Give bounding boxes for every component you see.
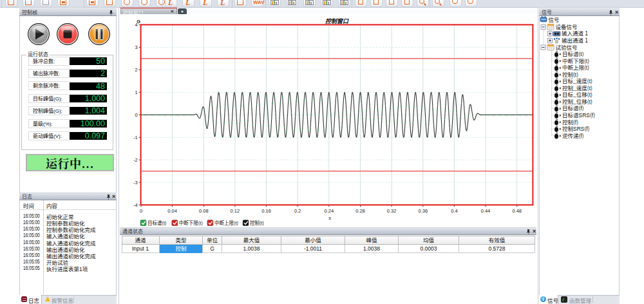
svg-text:0.04: 0.04	[167, 208, 177, 214]
svg-text:0.48: 0.48	[512, 208, 522, 214]
svg-text:-4: -4	[133, 202, 138, 208]
svg-text:0.24: 0.24	[324, 208, 334, 214]
svg-text:目标谱(t): 目标谱(t)	[147, 219, 167, 226]
svg-text:-1: -1	[133, 135, 138, 140]
svg-text:0: 0	[135, 112, 137, 118]
svg-text:0.12: 0.12	[231, 208, 240, 214]
svg-text:3: 3	[135, 44, 137, 50]
svg-text:s: s	[328, 215, 331, 221]
svg-text:-3: -3	[133, 180, 138, 185]
svg-text:0: 0	[140, 208, 142, 214]
svg-text:-2: -2	[133, 157, 138, 163]
svg-text:0.16: 0.16	[261, 208, 271, 214]
svg-text:2: 2	[135, 67, 137, 73]
svg-text:0.28: 0.28	[355, 208, 365, 214]
svg-text:4: 4	[135, 22, 137, 28]
svg-text:0.36: 0.36	[418, 208, 428, 214]
svg-text:0.44: 0.44	[481, 208, 491, 214]
svg-text:0.08: 0.08	[199, 208, 209, 214]
svg-text:逆传递(f): 逆传递(f)	[562, 131, 584, 139]
svg-text:控制(t): 控制(t)	[250, 219, 264, 226]
svg-text:0.4: 0.4	[451, 208, 457, 214]
svg-text:控制窗口: 控制窗口	[325, 17, 349, 25]
svg-text:中断上限(t): 中断上限(t)	[214, 219, 238, 226]
svg-text:中断下限(t): 中断下限(t)	[179, 219, 203, 226]
svg-text:1: 1	[135, 90, 137, 95]
svg-text:0.32: 0.32	[387, 208, 397, 214]
svg-text:0.2: 0.2	[294, 208, 301, 214]
